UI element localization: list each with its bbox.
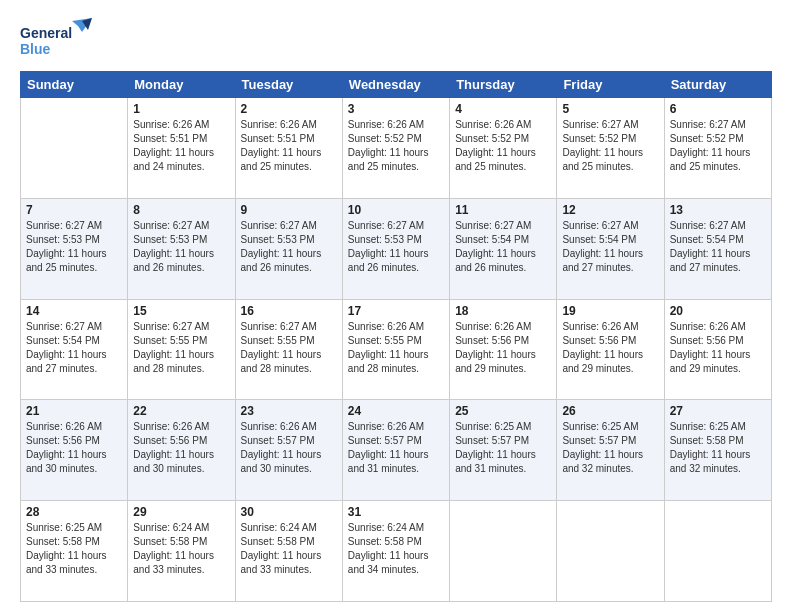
day-number: 11 — [455, 203, 551, 217]
calendar-cell: 16Sunrise: 6:27 AM Sunset: 5:55 PM Dayli… — [235, 299, 342, 400]
cell-text: Sunrise: 6:27 AM Sunset: 5:54 PM Dayligh… — [562, 219, 658, 275]
day-header-wednesday: Wednesday — [342, 72, 449, 98]
calendar-cell: 10Sunrise: 6:27 AM Sunset: 5:53 PM Dayli… — [342, 198, 449, 299]
calendar-cell: 1Sunrise: 6:26 AM Sunset: 5:51 PM Daylig… — [128, 98, 235, 199]
day-number: 3 — [348, 102, 444, 116]
day-header-tuesday: Tuesday — [235, 72, 342, 98]
logo: GeneralBlue — [20, 16, 100, 61]
cell-text: Sunrise: 6:27 AM Sunset: 5:54 PM Dayligh… — [670, 219, 766, 275]
day-number: 2 — [241, 102, 337, 116]
calendar-cell — [450, 501, 557, 602]
cell-text: Sunrise: 6:26 AM Sunset: 5:52 PM Dayligh… — [348, 118, 444, 174]
day-number: 18 — [455, 304, 551, 318]
day-number: 26 — [562, 404, 658, 418]
day-number: 6 — [670, 102, 766, 116]
calendar-cell: 23Sunrise: 6:26 AM Sunset: 5:57 PM Dayli… — [235, 400, 342, 501]
day-number: 21 — [26, 404, 122, 418]
calendar-cell: 29Sunrise: 6:24 AM Sunset: 5:58 PM Dayli… — [128, 501, 235, 602]
calendar-cell: 3Sunrise: 6:26 AM Sunset: 5:52 PM Daylig… — [342, 98, 449, 199]
header: GeneralBlue — [20, 16, 772, 61]
day-number: 5 — [562, 102, 658, 116]
week-row: 7Sunrise: 6:27 AM Sunset: 5:53 PM Daylig… — [21, 198, 772, 299]
cell-text: Sunrise: 6:27 AM Sunset: 5:52 PM Dayligh… — [562, 118, 658, 174]
day-number: 23 — [241, 404, 337, 418]
day-header-friday: Friday — [557, 72, 664, 98]
cell-text: Sunrise: 6:27 AM Sunset: 5:53 PM Dayligh… — [348, 219, 444, 275]
header-row: SundayMondayTuesdayWednesdayThursdayFrid… — [21, 72, 772, 98]
cell-text: Sunrise: 6:26 AM Sunset: 5:55 PM Dayligh… — [348, 320, 444, 376]
calendar-cell — [664, 501, 771, 602]
cell-text: Sunrise: 6:26 AM Sunset: 5:51 PM Dayligh… — [133, 118, 229, 174]
cell-text: Sunrise: 6:27 AM Sunset: 5:53 PM Dayligh… — [241, 219, 337, 275]
calendar-cell — [557, 501, 664, 602]
calendar-cell: 22Sunrise: 6:26 AM Sunset: 5:56 PM Dayli… — [128, 400, 235, 501]
svg-text:Blue: Blue — [20, 41, 51, 57]
calendar-cell: 19Sunrise: 6:26 AM Sunset: 5:56 PM Dayli… — [557, 299, 664, 400]
calendar-cell: 6Sunrise: 6:27 AM Sunset: 5:52 PM Daylig… — [664, 98, 771, 199]
calendar-cell: 28Sunrise: 6:25 AM Sunset: 5:58 PM Dayli… — [21, 501, 128, 602]
calendar-cell: 20Sunrise: 6:26 AM Sunset: 5:56 PM Dayli… — [664, 299, 771, 400]
calendar-cell: 26Sunrise: 6:25 AM Sunset: 5:57 PM Dayli… — [557, 400, 664, 501]
calendar-cell: 7Sunrise: 6:27 AM Sunset: 5:53 PM Daylig… — [21, 198, 128, 299]
cell-text: Sunrise: 6:26 AM Sunset: 5:56 PM Dayligh… — [455, 320, 551, 376]
cell-text: Sunrise: 6:26 AM Sunset: 5:56 PM Dayligh… — [670, 320, 766, 376]
day-number: 8 — [133, 203, 229, 217]
cell-text: Sunrise: 6:26 AM Sunset: 5:56 PM Dayligh… — [133, 420, 229, 476]
logo-svg: GeneralBlue — [20, 16, 100, 61]
cell-text: Sunrise: 6:25 AM Sunset: 5:58 PM Dayligh… — [670, 420, 766, 476]
day-number: 30 — [241, 505, 337, 519]
calendar-cell: 8Sunrise: 6:27 AM Sunset: 5:53 PM Daylig… — [128, 198, 235, 299]
calendar-table: SundayMondayTuesdayWednesdayThursdayFrid… — [20, 71, 772, 602]
day-number: 10 — [348, 203, 444, 217]
day-header-monday: Monday — [128, 72, 235, 98]
week-row: 28Sunrise: 6:25 AM Sunset: 5:58 PM Dayli… — [21, 501, 772, 602]
cell-text: Sunrise: 6:26 AM Sunset: 5:56 PM Dayligh… — [562, 320, 658, 376]
day-number: 9 — [241, 203, 337, 217]
day-number: 7 — [26, 203, 122, 217]
calendar-cell: 9Sunrise: 6:27 AM Sunset: 5:53 PM Daylig… — [235, 198, 342, 299]
day-number: 13 — [670, 203, 766, 217]
cell-text: Sunrise: 6:26 AM Sunset: 5:52 PM Dayligh… — [455, 118, 551, 174]
calendar-cell: 5Sunrise: 6:27 AM Sunset: 5:52 PM Daylig… — [557, 98, 664, 199]
cell-text: Sunrise: 6:24 AM Sunset: 5:58 PM Dayligh… — [241, 521, 337, 577]
day-header-sunday: Sunday — [21, 72, 128, 98]
calendar-cell: 14Sunrise: 6:27 AM Sunset: 5:54 PM Dayli… — [21, 299, 128, 400]
day-number: 16 — [241, 304, 337, 318]
calendar-cell: 13Sunrise: 6:27 AM Sunset: 5:54 PM Dayli… — [664, 198, 771, 299]
day-number: 15 — [133, 304, 229, 318]
calendar-cell — [21, 98, 128, 199]
cell-text: Sunrise: 6:25 AM Sunset: 5:57 PM Dayligh… — [562, 420, 658, 476]
day-header-thursday: Thursday — [450, 72, 557, 98]
cell-text: Sunrise: 6:25 AM Sunset: 5:57 PM Dayligh… — [455, 420, 551, 476]
calendar-cell: 24Sunrise: 6:26 AM Sunset: 5:57 PM Dayli… — [342, 400, 449, 501]
calendar-cell: 21Sunrise: 6:26 AM Sunset: 5:56 PM Dayli… — [21, 400, 128, 501]
day-number: 17 — [348, 304, 444, 318]
day-number: 20 — [670, 304, 766, 318]
calendar-cell: 2Sunrise: 6:26 AM Sunset: 5:51 PM Daylig… — [235, 98, 342, 199]
cell-text: Sunrise: 6:24 AM Sunset: 5:58 PM Dayligh… — [133, 521, 229, 577]
day-number: 22 — [133, 404, 229, 418]
calendar-cell: 30Sunrise: 6:24 AM Sunset: 5:58 PM Dayli… — [235, 501, 342, 602]
day-number: 31 — [348, 505, 444, 519]
day-number: 25 — [455, 404, 551, 418]
cell-text: Sunrise: 6:25 AM Sunset: 5:58 PM Dayligh… — [26, 521, 122, 577]
calendar-cell: 18Sunrise: 6:26 AM Sunset: 5:56 PM Dayli… — [450, 299, 557, 400]
cell-text: Sunrise: 6:27 AM Sunset: 5:55 PM Dayligh… — [241, 320, 337, 376]
svg-text:General: General — [20, 25, 72, 41]
cell-text: Sunrise: 6:27 AM Sunset: 5:53 PM Dayligh… — [26, 219, 122, 275]
cell-text: Sunrise: 6:27 AM Sunset: 5:55 PM Dayligh… — [133, 320, 229, 376]
day-number: 29 — [133, 505, 229, 519]
day-number: 12 — [562, 203, 658, 217]
week-row: 1Sunrise: 6:26 AM Sunset: 5:51 PM Daylig… — [21, 98, 772, 199]
cell-text: Sunrise: 6:27 AM Sunset: 5:54 PM Dayligh… — [455, 219, 551, 275]
day-header-saturday: Saturday — [664, 72, 771, 98]
cell-text: Sunrise: 6:27 AM Sunset: 5:53 PM Dayligh… — [133, 219, 229, 275]
day-number: 1 — [133, 102, 229, 116]
cell-text: Sunrise: 6:27 AM Sunset: 5:52 PM Dayligh… — [670, 118, 766, 174]
cell-text: Sunrise: 6:26 AM Sunset: 5:57 PM Dayligh… — [241, 420, 337, 476]
week-row: 21Sunrise: 6:26 AM Sunset: 5:56 PM Dayli… — [21, 400, 772, 501]
calendar-cell: 17Sunrise: 6:26 AM Sunset: 5:55 PM Dayli… — [342, 299, 449, 400]
day-number: 14 — [26, 304, 122, 318]
day-number: 4 — [455, 102, 551, 116]
calendar-cell: 15Sunrise: 6:27 AM Sunset: 5:55 PM Dayli… — [128, 299, 235, 400]
